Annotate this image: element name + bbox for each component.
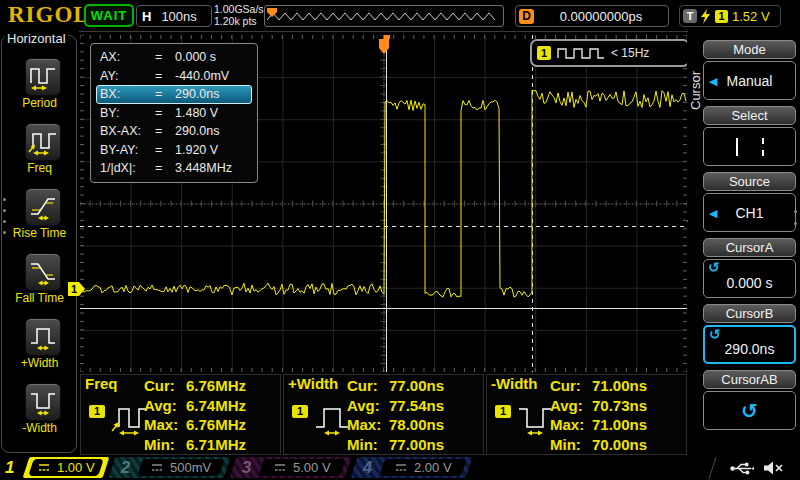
channel4-badge[interactable]: 4 2.00 V: [351, 457, 473, 478]
left-menu-title: Horizontal: [5, 31, 68, 46]
trigger-level-value: 1.52 V: [732, 9, 770, 24]
stat-name: Cur:: [144, 377, 186, 394]
fall-time-button[interactable]: [25, 253, 61, 291]
neg-width-label: -Width: [0, 421, 79, 435]
readout-row-bx-ax: BX-AX: = 290.0ns: [96, 122, 252, 141]
pos-width-stats: Cur:77.00ns Avg:77.54ns Max:78.00ns Min:…: [347, 376, 444, 454]
neg-width-panel-label: -Width: [491, 375, 538, 392]
cursor-ab-button[interactable]: [703, 391, 796, 430]
pos-width-button[interactable]: [25, 318, 61, 356]
measurement-results-bar: Freq 1 Cur:6.76MHz Avg:6.74MHz Max:6.76M…: [80, 374, 687, 455]
menu-item-select[interactable]: Select: [703, 106, 796, 166]
triangle-left-icon: [709, 206, 717, 219]
rise-time-label: Rise Time: [0, 226, 79, 240]
waveform-overview-thumbnail: [264, 5, 504, 27]
cursor-b-value: 290.0ns: [725, 341, 775, 357]
stat-name: Min:: [144, 436, 186, 453]
readout-row-bx: BX: = 290.0ns: [96, 85, 252, 104]
pos-width-label: +Width: [0, 356, 79, 370]
thumbnail-trigger-marker-icon: [267, 8, 277, 17]
channel4-scale-box: 2.00 V: [379, 459, 467, 476]
channel1-badge[interactable]: 1.00 V: [23, 457, 110, 478]
stat-name: Cur:: [550, 377, 592, 394]
stat-name: Avg:: [347, 397, 389, 414]
equals-sign: =: [155, 50, 175, 64]
stat-value: 6.71MHz: [186, 436, 246, 453]
source-button[interactable]: CH1: [703, 193, 796, 232]
readout-row-ay: AY: = -440.0mV: [96, 67, 252, 86]
dc-coupling-icon: [151, 463, 163, 472]
channel3-number: 3: [242, 458, 256, 478]
channel1-scale: 1.00 V: [57, 460, 95, 475]
menu-item-mode[interactable]: Mode Manual: [703, 40, 796, 100]
rise-time-icon: [28, 192, 58, 222]
delay-badge-icon: D: [519, 9, 534, 24]
readout-name: AX:: [97, 50, 155, 64]
period-label: Period: [0, 96, 79, 110]
cursor-a-button[interactable]: 0.000 s: [703, 259, 796, 298]
readout-name: 1/|dX|:: [97, 161, 155, 175]
readout-name: BY-AY:: [97, 143, 155, 157]
trigger-delay-value: 0.00000000ps: [534, 9, 668, 24]
menu-item-cursor-b[interactable]: CursorB 290.0ns: [703, 304, 796, 364]
neg-width-stats: Cur:71.00ns Avg:70.73ns Max:71.00ns Min:…: [550, 376, 647, 454]
channel2-scale-box: 500mV: [137, 459, 225, 476]
readout-row-by: BY: = 1.480 V: [96, 104, 252, 123]
freq-channel-badge: 1: [89, 405, 105, 418]
channel2-badge[interactable]: 2 500mV: [109, 457, 231, 478]
equals-sign: =: [155, 124, 175, 138]
stat-value: 70.00ns: [592, 436, 647, 453]
select-button[interactable]: [703, 127, 796, 166]
dc-coupling-icon: [38, 463, 50, 472]
equals-sign: =: [155, 161, 175, 175]
period-button[interactable]: [25, 58, 61, 96]
neg-width-button[interactable]: [25, 383, 61, 421]
readout-value: 1.920 V: [175, 143, 251, 157]
dc-coupling-icon: [274, 463, 286, 472]
menu-item-source[interactable]: Source CH1: [703, 172, 796, 232]
mode-button[interactable]: Manual: [703, 61, 796, 100]
measurement-panel-freq[interactable]: Freq 1 Cur:6.76MHz Avg:6.74MHz Max:6.76M…: [80, 374, 281, 455]
channel3-scale: 5.00 V: [293, 460, 331, 475]
equals-sign: =: [155, 87, 175, 101]
stat-value: 78.00ns: [389, 416, 444, 433]
fall-time-icon: [28, 257, 58, 287]
channel2-scale: 500mV: [170, 460, 211, 475]
select-title: Select: [703, 106, 796, 125]
menu-tab-title: Cursor: [688, 45, 703, 135]
trigger-frequency-box: 1 < 15Hz: [530, 39, 687, 67]
freq-button[interactable]: [25, 123, 61, 161]
thumbnail-waveform-icon: [267, 8, 499, 24]
trigger-edge-lightning-icon: [701, 9, 711, 24]
channel4-scale: 2.00 V: [414, 460, 452, 475]
equals-sign: =: [155, 69, 175, 83]
readout-value: -440.0mV: [175, 69, 251, 83]
channel3-scale-box: 5.00 V: [258, 459, 346, 476]
run-status-badge: WAIT: [84, 4, 134, 27]
readout-value: 3.448MHz: [175, 161, 251, 175]
rise-time-button[interactable]: [25, 188, 61, 226]
channel2-number: 2: [121, 458, 135, 478]
readout-value: 1.480 V: [175, 106, 251, 120]
pos-width-panel-label: +Width: [288, 375, 338, 392]
channel3-badge[interactable]: 3 5.00 V: [230, 457, 352, 478]
measurement-panel-neg-width[interactable]: -Width 1 Cur:71.00ns Avg:70.73ns Max:71.…: [486, 374, 687, 455]
left-scroll-dot: [3, 209, 6, 212]
channel1-zero-marker-icon: 1: [68, 282, 85, 296]
readout-name: AY:: [97, 69, 155, 83]
left-scroll-dot: [3, 220, 6, 223]
readout-name: BX:: [97, 87, 155, 101]
measurement-panel-pos-width[interactable]: +Width 1 Cur:77.00ns Avg:77.54ns Max:78.…: [283, 374, 484, 455]
stat-name: Max:: [347, 416, 389, 433]
trigger-badge-icon: T: [683, 9, 697, 23]
dc-coupling-icon: [395, 463, 407, 472]
horizontal-label: H: [142, 9, 151, 24]
source-value: CH1: [735, 205, 763, 221]
pos-width-icon: [28, 322, 58, 352]
menu-item-cursor-ab[interactable]: CursorAB: [703, 370, 796, 430]
channel4-number: 4: [363, 458, 377, 478]
menu-item-cursor-a[interactable]: CursorA 0.000 s: [703, 238, 796, 298]
stat-value: 77.54ns: [389, 397, 444, 414]
waveform-display-area: AX: = 0.000 s AY: = -440.0mV BX: = 290.0…: [80, 35, 687, 372]
cursor-b-button[interactable]: 290.0ns: [703, 325, 796, 364]
